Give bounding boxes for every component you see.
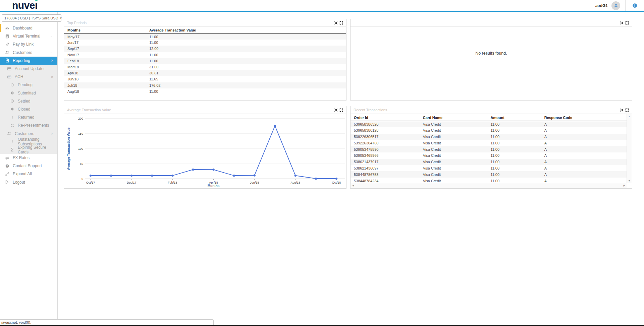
sidebar-item-virtual-terminal[interactable]: Virtual Terminal bbox=[0, 32, 57, 40]
sidebar-item-re-presentments[interactable]: Re-Presentments bbox=[0, 121, 57, 129]
close-icon[interactable]: × bbox=[51, 75, 53, 79]
panel-header: Recent Transactions bbox=[351, 106, 632, 114]
expand-icon[interactable] bbox=[339, 108, 343, 112]
svg-text:Average Transaction Value: Average Transaction Value bbox=[67, 127, 70, 170]
expand-icon[interactable] bbox=[339, 21, 343, 25]
sidebar-item-outstanding-subscriptions[interactable]: Outstanding Subscriptions bbox=[0, 138, 57, 146]
svg-text:200: 200 bbox=[78, 117, 83, 120]
scroll-left-icon[interactable]: ◀ bbox=[352, 184, 354, 187]
table-row[interactable]: 538621436097Visa Credit11.00A bbox=[351, 165, 627, 172]
sidebar-item-fx-rates[interactable]: FX Rates bbox=[0, 154, 57, 162]
chevron-down-icon[interactable] bbox=[50, 35, 53, 38]
collapse-icon[interactable] bbox=[334, 108, 338, 112]
sidebar-item-pay-by-link[interactable]: Pay by Link bbox=[0, 40, 57, 48]
panel-title: Recent Transactions bbox=[354, 108, 387, 112]
cell: A bbox=[541, 178, 627, 183]
table-row[interactable]: 538621437917Visa Credit11.00A bbox=[351, 159, 627, 165]
sidebar-item-logout[interactable]: Logout bbox=[0, 178, 57, 186]
cell: 11.00 bbox=[487, 146, 541, 152]
cell: 539658380128 bbox=[351, 127, 420, 134]
sidebar-item-customers[interactable]: Customers bbox=[0, 49, 57, 57]
scroll-up-icon[interactable]: ▲ bbox=[628, 115, 631, 118]
merchant-select[interactable]: 176004 ( USD ) TSYS Sara USD ▼ bbox=[2, 14, 61, 22]
sidebar-item-closed[interactable]: Closed bbox=[0, 105, 57, 113]
info-button[interactable] bbox=[626, 0, 644, 11]
cell: Visa Credit bbox=[420, 165, 487, 172]
sidebar-item-settled[interactable]: Settled bbox=[0, 97, 57, 105]
fx-rates-icon bbox=[4, 156, 10, 160]
cell: A bbox=[541, 140, 627, 146]
expand-icon[interactable] bbox=[625, 108, 629, 112]
close-icon[interactable]: × bbox=[51, 58, 53, 63]
cell: 539658386320 bbox=[351, 121, 420, 127]
cell: A bbox=[541, 127, 627, 134]
sidebar-item-expand-all[interactable]: Expand All bbox=[0, 170, 57, 178]
collapse-icon[interactable] bbox=[620, 21, 624, 25]
panel-header bbox=[351, 19, 632, 27]
user-menu-button[interactable]: aodG1 bbox=[590, 0, 625, 11]
nuvei-logo: nuveı bbox=[12, 0, 38, 10]
cell: 11.00 bbox=[487, 159, 541, 165]
table-row[interactable]: 539053468966Visa Credit11.00A bbox=[351, 152, 627, 159]
sidebar-item-account-updater[interactable]: Account Updater bbox=[0, 65, 57, 73]
scroll-down-icon[interactable]: ▼ bbox=[628, 180, 631, 182]
cell: Visa Credit bbox=[420, 140, 487, 146]
collapse-icon[interactable] bbox=[334, 21, 338, 25]
collapse-icon[interactable] bbox=[620, 108, 624, 112]
close-icon[interactable]: × bbox=[51, 131, 53, 136]
scroll-right-icon[interactable]: ▶ bbox=[624, 184, 625, 187]
cell: Visa Credit bbox=[420, 134, 487, 140]
cell: 11.00 bbox=[146, 88, 346, 94]
sidebar-item-contact-support[interactable]: ?Contact Support bbox=[0, 162, 57, 170]
table-row: Jun/1711.00 bbox=[64, 40, 346, 46]
table-row[interactable]: 538448784234Visa Credit11.00A bbox=[351, 178, 627, 183]
expand-all-icon bbox=[4, 172, 10, 176]
table-row: Apr/1830.81 bbox=[64, 70, 346, 76]
sidebar-item-customers[interactable]: Customers× bbox=[0, 129, 57, 137]
cell: 30.81 bbox=[146, 70, 346, 76]
sidebar-item-label: Pending bbox=[18, 82, 33, 87]
table-row[interactable]: 539658386320Visa Credit11.00A bbox=[351, 121, 627, 127]
sidebar-item-dashboard[interactable]: Dashboard bbox=[0, 24, 57, 32]
account-updater-icon bbox=[6, 67, 12, 71]
horizontal-scrollbar[interactable]: ◀ ▶ bbox=[351, 183, 627, 188]
pending-icon bbox=[9, 83, 15, 87]
column-header: Amount bbox=[487, 114, 541, 121]
sidebar-item-label: Expand All bbox=[13, 172, 32, 176]
table-row[interactable]: 539226306517Visa Credit11.00A bbox=[351, 134, 627, 140]
sidebar-item-label: Settled bbox=[18, 99, 30, 104]
sidebar-item-label: Submitted bbox=[18, 91, 36, 95]
cell: Visa Credit bbox=[420, 127, 487, 134]
chevron-down-icon[interactable] bbox=[50, 51, 53, 54]
table-row[interactable]: 539053475890Visa Credit11.00A bbox=[351, 146, 627, 152]
sidebar-item-returned[interactable]: Returned bbox=[0, 113, 57, 121]
table-row[interactable]: 538448786753Visa Credit11.00A bbox=[351, 171, 627, 178]
vertical-scrollbar[interactable]: ▲ ▼ bbox=[627, 114, 632, 183]
sidebar-item-expiring-secure-cards[interactable]: Expiring Secure Cards bbox=[0, 146, 57, 154]
sidebar-item-label: Account Updater bbox=[15, 66, 45, 71]
sidebar-item-ach[interactable]: ACHACH× bbox=[0, 73, 57, 81]
sidebar-item-pending[interactable]: Pending bbox=[0, 81, 57, 89]
cell: Jun/18 bbox=[64, 76, 146, 82]
panel-header-icons bbox=[620, 21, 629, 25]
panel-header-icons bbox=[620, 108, 629, 112]
submitted-icon bbox=[9, 91, 15, 95]
cell: 11.00 bbox=[487, 121, 541, 127]
customers-icon bbox=[4, 50, 10, 55]
cell: May/17 bbox=[64, 34, 146, 40]
sidebar-item-reporting[interactable]: Reporting× bbox=[0, 57, 57, 65]
table-row[interactable]: 539658380128Visa Credit11.00A bbox=[351, 127, 627, 134]
closed-icon bbox=[9, 107, 15, 111]
panel-title: Top Periods bbox=[67, 21, 87, 25]
ach-icon: ACH bbox=[6, 75, 12, 79]
sidebar-item-submitted[interactable]: Submitted bbox=[0, 89, 57, 97]
merchant-select-value: 176004 ( USD ) TSYS Sara USD bbox=[4, 16, 58, 20]
table-row[interactable]: 539226304760Visa Credit11.00A bbox=[351, 140, 627, 146]
sidebar-item-label: Virtual Terminal bbox=[13, 34, 40, 39]
expand-icon[interactable] bbox=[625, 21, 629, 25]
column-header: Card Name bbox=[420, 114, 487, 121]
sidebar-item-label: Expiring Secure Cards bbox=[18, 145, 57, 154]
cell: 11.00 bbox=[146, 34, 346, 40]
cell: 11.00 bbox=[146, 52, 346, 58]
svg-text:Oct/18: Oct/18 bbox=[332, 181, 341, 184]
